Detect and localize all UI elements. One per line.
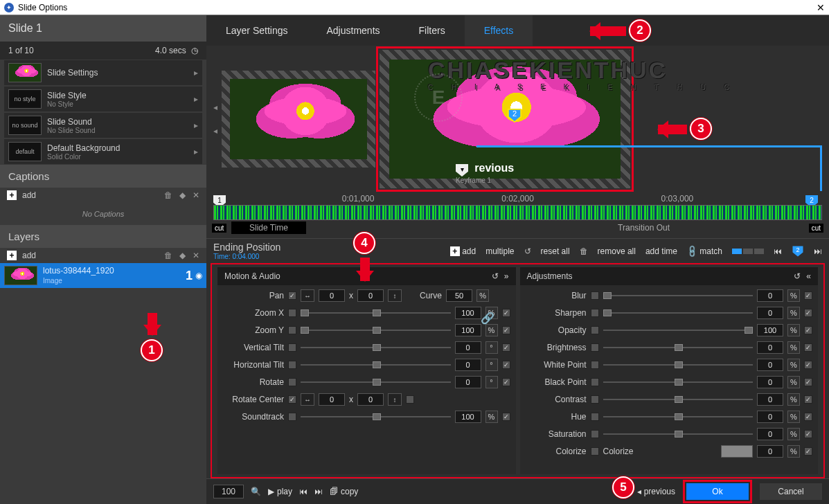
rotate-input[interactable]: 0: [455, 376, 481, 388]
add-caption-icon[interactable]: +: [7, 190, 17, 200]
remove-all-button[interactable]: remove all: [598, 246, 636, 256]
sort-icon[interactable]: ◆: [179, 251, 186, 260]
opacity-input[interactable]: 100: [757, 324, 783, 336]
zoomy-input[interactable]: 100: [455, 324, 481, 336]
eye-icon[interactable]: ◉: [195, 271, 202, 280]
rcenter-chk2[interactable]: [406, 395, 414, 404]
brightness-slider[interactable]: [603, 342, 754, 353]
copy-button[interactable]: 🗐 copy: [330, 487, 358, 496]
sharpen-chk[interactable]: [591, 309, 599, 317]
rcenter-checkbox[interactable]: [288, 395, 296, 404]
whitepoint-chk2[interactable]: [804, 361, 812, 369]
sharpen-input[interactable]: 0: [757, 307, 783, 319]
tab-filters[interactable]: Filters: [400, 15, 465, 46]
vtilt-chk2[interactable]: [502, 343, 510, 352]
prev-chevron-icon[interactable]: ◂: [213, 126, 217, 136]
tab-effects[interactable]: Effects: [465, 15, 533, 46]
brightness-chk[interactable]: [591, 343, 599, 352]
hue-slider[interactable]: [603, 411, 754, 422]
add-keyframe-icon[interactable]: +: [450, 246, 460, 256]
sharpen-chk2[interactable]: [804, 309, 812, 317]
blackpoint-chk2[interactable]: [804, 378, 812, 386]
slide-settings-row[interactable]: Slide Settings ▸: [4, 60, 202, 85]
zoomy-checkbox[interactable]: [288, 326, 296, 334]
htilt-slider[interactable]: [301, 359, 451, 370]
add-caption-label[interactable]: add: [22, 190, 36, 200]
zoomy-slider[interactable]: [301, 325, 451, 336]
blackpoint-slider[interactable]: [603, 377, 754, 388]
htilt-input[interactable]: 0: [455, 359, 481, 371]
zoomy-link-chk[interactable]: [502, 326, 510, 334]
timeline-track[interactable]: [213, 205, 822, 220]
opacity-chk2[interactable]: [804, 326, 812, 334]
add-keyframe-label[interactable]: add: [462, 246, 476, 256]
reset-icon[interactable]: ↺: [492, 271, 499, 281]
add-layer-icon[interactable]: +: [7, 251, 17, 260]
blackpoint-chk[interactable]: [591, 378, 599, 386]
rcenter-y-arrows[interactable]: ↕: [388, 393, 402, 406]
zoomx-input[interactable]: 100: [455, 307, 481, 319]
ok-button[interactable]: Ok: [686, 483, 749, 500]
sharpen-slider[interactable]: [603, 307, 754, 318]
slide-sound-row[interactable]: no sound Slide SoundNo Slide Sound ▸: [4, 113, 202, 138]
blur-input[interactable]: 0: [757, 289, 783, 302]
hue-chk[interactable]: [591, 413, 599, 421]
cut-right-button[interactable]: cut: [809, 224, 823, 233]
zoomx-link-chk[interactable]: [502, 309, 510, 317]
brightness-chk2[interactable]: [804, 343, 812, 352]
vtilt-slider[interactable]: [301, 342, 451, 353]
whitepoint-input[interactable]: 0: [757, 359, 783, 371]
blur-chk2[interactable]: [804, 291, 812, 300]
link-icon[interactable]: 🔗: [481, 312, 494, 325]
saturation-slider[interactable]: [603, 429, 754, 440]
rotate-checkbox[interactable]: [288, 378, 296, 386]
reset-icon[interactable]: ↺: [524, 246, 531, 256]
trash-icon[interactable]: 🗑: [580, 246, 588, 256]
sound-chk2[interactable]: [502, 413, 510, 421]
reset-icon[interactable]: ↺: [794, 271, 801, 281]
add-time-button[interactable]: add time: [645, 246, 677, 256]
whitepoint-slider[interactable]: [603, 359, 754, 370]
trash-icon[interactable]: 🗑: [164, 251, 172, 260]
sound-input[interactable]: 100: [455, 411, 481, 423]
brightness-input[interactable]: 0: [757, 341, 783, 354]
blackpoint-input[interactable]: 0: [757, 376, 783, 388]
hue-chk2[interactable]: [804, 413, 812, 421]
vtilt-checkbox[interactable]: [288, 343, 296, 352]
zoomx-checkbox[interactable]: [288, 309, 296, 317]
contrast-slider[interactable]: [603, 394, 754, 405]
layout-toggle[interactable]: [732, 249, 764, 254]
next-keyframe-icon[interactable]: ⏭: [814, 246, 822, 256]
wrench-icon[interactable]: ✕: [193, 251, 199, 260]
zoomx-slider[interactable]: [301, 307, 451, 318]
contrast-chk[interactable]: [591, 395, 599, 404]
pan-x-input[interactable]: 0: [319, 289, 345, 302]
saturation-chk2[interactable]: [804, 430, 812, 438]
collapse-right-icon[interactable]: »: [504, 271, 509, 281]
sort-icon[interactable]: ◆: [179, 190, 186, 200]
layer-row[interactable]: lotus-398444_1920Image 1 ◉: [0, 263, 206, 288]
multiple-button[interactable]: multiple: [485, 246, 514, 256]
blur-slider[interactable]: [603, 290, 754, 301]
opacity-slider[interactable]: [603, 325, 754, 336]
opacity-chk[interactable]: [591, 326, 599, 334]
pan-y-input[interactable]: 0: [357, 289, 384, 302]
play-button[interactable]: ▶ play: [268, 487, 292, 496]
reset-all-button[interactable]: reset all: [541, 246, 570, 256]
search-icon[interactable]: 🔍: [251, 487, 261, 496]
colorize-chk2[interactable]: [804, 447, 812, 456]
saturation-input[interactable]: 0: [757, 428, 783, 440]
collapse-left-icon[interactable]: «: [806, 271, 811, 281]
tab-adjustments[interactable]: Adjustments: [307, 15, 400, 46]
contrast-input[interactable]: 0: [757, 393, 783, 406]
saturation-chk[interactable]: [591, 430, 599, 438]
rotate-slider[interactable]: [301, 377, 451, 388]
colorize-input[interactable]: 0: [757, 445, 783, 458]
pan-y-arrows[interactable]: ↕: [388, 289, 402, 302]
previous-link[interactable]: ◂ previous: [637, 487, 675, 496]
cut-left-button[interactable]: cut: [212, 224, 226, 233]
htilt-checkbox[interactable]: [288, 361, 296, 369]
slide-bg-row[interactable]: default Default BackgroundSolid Color ▸: [4, 139, 202, 164]
contrast-chk2[interactable]: [804, 395, 812, 404]
zoom-input[interactable]: 100: [213, 485, 244, 498]
